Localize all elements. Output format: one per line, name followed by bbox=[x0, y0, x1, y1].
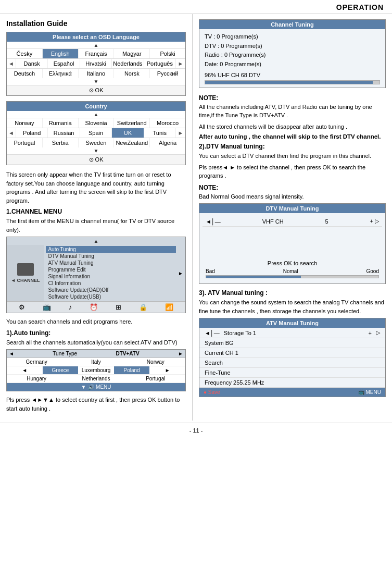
osd-right-arrow: ► bbox=[176, 59, 185, 68]
atv-search-label: Search bbox=[205, 360, 223, 366]
osd-cell[interactable]: Português bbox=[144, 59, 176, 68]
tune-right-arrow2: ► bbox=[149, 366, 185, 374]
country-cell[interactable]: Spain bbox=[80, 128, 112, 138]
page-header: OPERATION bbox=[0, 0, 392, 14]
atv-footer: ● Save 📺 MENU bbox=[199, 388, 385, 397]
osd-cell[interactable]: Ελληνικά bbox=[43, 69, 79, 78]
country-cell[interactable]: Portugal bbox=[7, 138, 43, 147]
osd-cell[interactable]: Polski bbox=[150, 49, 185, 58]
country-cell[interactable]: Rumania bbox=[43, 118, 79, 128]
country-cell[interactable]: Slovenia bbox=[79, 118, 115, 128]
osd-cell[interactable]: Русский bbox=[150, 69, 185, 78]
country-cell[interactable]: Algeria bbox=[150, 138, 185, 147]
channel-item-software-oad[interactable]: Software Update(OAD)Off bbox=[46, 287, 176, 293]
country-cell[interactable]: Serbia bbox=[43, 138, 79, 147]
channel-item-prog-edit[interactable]: Programme Edit bbox=[46, 266, 176, 273]
dtv-manual-title: DTV Manual Tuning bbox=[199, 204, 385, 213]
osd-cell[interactable]: Italiano bbox=[79, 69, 115, 78]
tune-row-2: ◄ Greece Luxembourg Poland ► bbox=[7, 366, 185, 375]
ch-progress-row: 96% UHF CH 68 DTV bbox=[205, 71, 380, 80]
country-cell[interactable]: Norway bbox=[7, 118, 43, 128]
channel-item-dtv[interactable]: DTV Manual Tuning bbox=[46, 253, 176, 260]
tune-cell-selected2[interactable]: Poland bbox=[114, 366, 150, 374]
note1-text: All the channels including ATV, DTV and … bbox=[199, 104, 372, 119]
dtv-left-arrow[interactable]: ◄│— bbox=[206, 218, 221, 225]
atv-system-row: System BG bbox=[199, 338, 385, 348]
tune-right-arrow: ► bbox=[178, 351, 183, 356]
tune-cell[interactable]: Germany bbox=[7, 358, 66, 366]
country-cell[interactable]: NewZealand bbox=[114, 138, 150, 147]
country-cell[interactable]: Tunis bbox=[144, 128, 176, 138]
atv-save-label[interactable]: ● Save bbox=[204, 389, 220, 395]
osd-cell-selected[interactable]: English bbox=[43, 49, 79, 58]
atv-fine-tune-row: Fine-Tune bbox=[199, 368, 385, 378]
tune-menu-label: 🔊 MENU bbox=[88, 384, 111, 390]
ch-tuning-title: Channel Tuning bbox=[199, 20, 385, 29]
atv-plus-icon[interactable]: + bbox=[369, 330, 372, 336]
tune-cell[interactable]: Norway bbox=[126, 358, 185, 366]
section2-note: Pls press◄ ► to select the channel , the… bbox=[199, 163, 386, 180]
atv-system-label: System BG bbox=[205, 340, 234, 346]
osd-cell[interactable]: Deutsch bbox=[7, 69, 43, 78]
channel-right-arrow: ► bbox=[178, 245, 185, 301]
osd-cell[interactable]: Français bbox=[79, 49, 115, 58]
channel-item-software-usb[interactable]: Software Update(USB) bbox=[46, 293, 176, 300]
atv-right-arrow[interactable]: ▷ bbox=[376, 329, 380, 336]
channel-item-signal[interactable]: Signal Information bbox=[46, 273, 176, 280]
note3-text: After auto tuning , the channel will ski… bbox=[199, 133, 386, 140]
osd-cell[interactable]: Dansk bbox=[16, 59, 48, 68]
ch-tuning-body: TV : 0 Programme(s) DTV : 0 Programme(s)… bbox=[199, 29, 385, 88]
channel-item-ci[interactable]: CI Information bbox=[46, 280, 176, 287]
dtv-prog-line: DTV : 0 Programme(s) bbox=[205, 42, 380, 51]
dtv-spacer bbox=[203, 227, 382, 242]
tune-cell[interactable]: Italy bbox=[66, 358, 125, 366]
country-cell[interactable]: Poland bbox=[16, 128, 48, 138]
atv-frequency-row: Frequency 255.25 MHz bbox=[199, 378, 385, 388]
tune-type-box: ◄ Tune Type DTV+ATV ► Germany Italy Norw… bbox=[6, 349, 186, 391]
osd-cell[interactable]: Česky bbox=[7, 49, 43, 58]
tv-icon: 📺 bbox=[43, 303, 51, 311]
dtv-right-arrow[interactable]: + ▷ bbox=[370, 218, 379, 225]
osd-row-1: Česky English Français Magyar Polski bbox=[7, 48, 185, 58]
screen-note: This screen only appear when the TV firs… bbox=[6, 170, 186, 205]
channel-item-atv[interactable]: ATV Manual Tuning bbox=[46, 260, 176, 266]
country-cell[interactable]: Russian bbox=[48, 128, 80, 138]
channel-menu-body: ◄ CHANNEL Auto Tuning DTV Manual Tuning … bbox=[7, 245, 185, 301]
note-label: NOTE: bbox=[199, 94, 218, 102]
tune-cell[interactable]: Hungary bbox=[7, 375, 66, 383]
signal-bar bbox=[206, 275, 379, 278]
osd-cell[interactable]: Hrvatski bbox=[80, 59, 112, 68]
tune-row-1: Germany Italy Norway bbox=[7, 358, 185, 366]
auto-tuning-desc: Search all the channels automatically(yo… bbox=[6, 338, 186, 347]
osd-ok-button[interactable]: ⊙ OK bbox=[7, 85, 185, 95]
tune-cell-selected[interactable]: Greece bbox=[43, 366, 79, 374]
osd-cell[interactable]: Español bbox=[48, 59, 80, 68]
tune-cell[interactable]: Portugal bbox=[126, 375, 185, 383]
atv-search-row: Search bbox=[199, 358, 385, 368]
country-cell[interactable]: Morocco bbox=[150, 118, 185, 128]
tune-cell[interactable]: Luxembourg bbox=[78, 366, 114, 374]
country-cell[interactable]: Sweden bbox=[79, 138, 115, 147]
atv-menu-label[interactable]: 📺 MENU bbox=[358, 389, 381, 395]
tune-left-arrow: ◄ bbox=[9, 351, 14, 356]
progress-bar-fill bbox=[205, 81, 373, 84]
country-cell-selected[interactable]: UK bbox=[112, 128, 144, 138]
signal-bad: Bad bbox=[206, 268, 215, 274]
tune-cell[interactable]: Netherlands bbox=[66, 375, 125, 383]
signal-good: Good bbox=[366, 268, 379, 274]
atv-left-arrow[interactable]: ◄│— bbox=[205, 330, 220, 336]
osd-cell[interactable]: Magyar bbox=[114, 49, 150, 58]
osd-cell[interactable]: Nederlands bbox=[112, 59, 144, 68]
country-left-arrow: ◄ bbox=[7, 128, 16, 138]
clock-icon: ⏰ bbox=[90, 303, 98, 311]
music-icon: ♪ bbox=[69, 303, 72, 311]
channel-item-auto-tuning[interactable]: Auto Tuning bbox=[46, 246, 176, 253]
dtv-signal-section: Press OK to search Bad Nomal Good bbox=[203, 258, 382, 280]
dtv-channel-value: 5 bbox=[325, 218, 328, 225]
osd-row-3: Deutsch Ελληνικά Italiano Norsk Русский bbox=[7, 68, 185, 78]
country-cell[interactable]: Switzerland bbox=[114, 118, 150, 128]
osd-cell[interactable]: Norsk bbox=[114, 69, 150, 78]
progress-bar bbox=[205, 80, 380, 84]
country-ok-button[interactable]: ⊙ OK bbox=[7, 154, 185, 165]
note2-label: NOTE: Bad Normal Good means signal inten… bbox=[199, 183, 386, 201]
